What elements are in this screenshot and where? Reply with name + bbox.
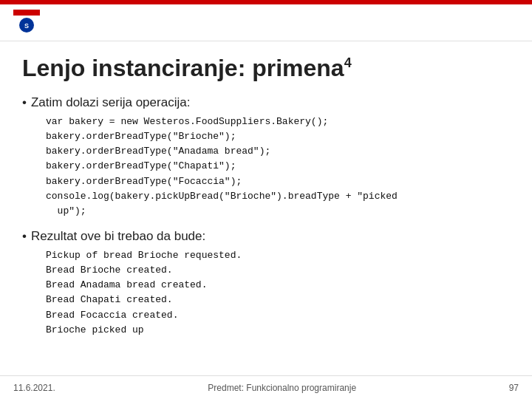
header: S [0, 4, 532, 41]
bullet-section-1: • Zatim dolazi serija operacija: var bak… [22, 95, 510, 219]
bullet-dot-1: • [22, 95, 27, 110]
bullet-label-2: • Rezultat ove bi trebao da bude: [22, 229, 510, 244]
bullet-dot-2: • [22, 229, 27, 244]
svg-rect-1 [13, 10, 40, 16]
footer-subject: Predmet: Funkcionalno programiranje [208, 383, 356, 393]
slide-title-text: Lenjo instanciranje: primena [22, 55, 344, 81]
code-block-1: var bakery = new Westeros.FoodSuppliers.… [22, 115, 510, 219]
university-logo: S [13, 10, 40, 36]
slide-title: Lenjo instanciranje: primena4 [22, 55, 510, 82]
bullet-text-2: Rezultat ove bi trebao da bude: [31, 229, 205, 244]
logo-area: S [13, 10, 40, 36]
bullet-label-1: • Zatim dolazi serija operacija: [22, 95, 510, 110]
bullet-section-2: • Rezultat ove bi trebao da bude: Pickup… [22, 229, 510, 338]
code-block-2: Pickup of bread Brioche requested. Bread… [22, 248, 510, 338]
footer-date: 11.6.2021. [13, 383, 55, 393]
slide-content: Lenjo instanciranje: primena4 • Zatim do… [0, 41, 532, 374]
slide-title-sup: 4 [344, 55, 352, 70]
footer-page: 97 [509, 383, 519, 393]
svg-text:S: S [24, 22, 29, 30]
bullet-text-1: Zatim dolazi serija operacija: [31, 95, 190, 110]
footer: 11.6.2021. Predmet: Funkcionalno program… [0, 375, 532, 399]
